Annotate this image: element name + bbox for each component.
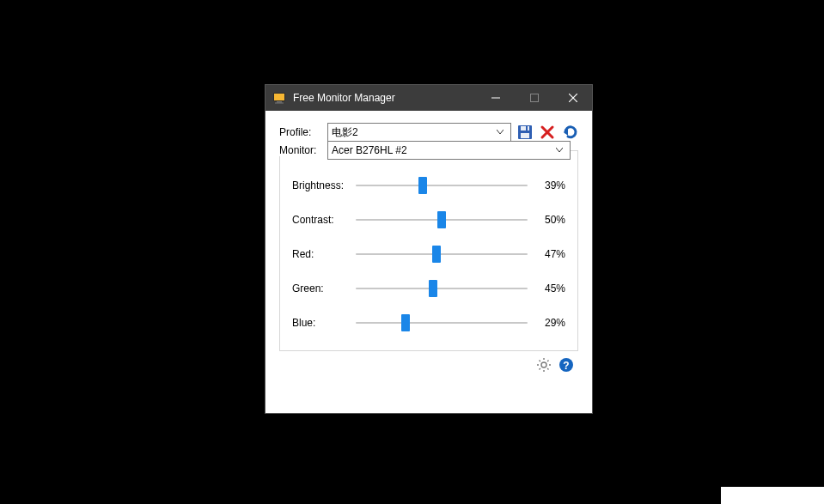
svg-rect-2	[277, 101, 282, 103]
app-window: Free Monitor Manager Profile: 电影2	[265, 84, 593, 414]
profile-label: Profile:	[279, 126, 327, 138]
slider-value: 29%	[528, 317, 565, 329]
svg-rect-11	[526, 126, 528, 131]
help-button[interactable]: ?	[558, 356, 575, 373]
gear-icon	[536, 357, 552, 373]
svg-rect-5	[530, 94, 538, 102]
slider[interactable]	[356, 211, 528, 228]
slider-label: Brightness:	[292, 179, 356, 191]
slider-row: Contrast:50%	[292, 203, 565, 237]
chevron-down-icon	[552, 142, 566, 159]
slider-row: Blue:29%	[292, 306, 565, 340]
delete-button[interactable]	[539, 124, 556, 141]
slider-label: Contrast:	[292, 214, 356, 226]
monitor-label: Monitor:	[279, 144, 327, 156]
svg-rect-3	[275, 103, 284, 104]
slider-value: 47%	[528, 248, 565, 260]
svg-rect-10	[521, 133, 529, 138]
slider-value: 45%	[528, 282, 565, 295]
minimize-button[interactable]	[476, 85, 515, 111]
slider-value: 39%	[528, 179, 565, 191]
slider-thumb[interactable]	[432, 246, 441, 263]
chevron-down-icon	[493, 124, 507, 141]
monitor-combo[interactable]: Acer B276HL #2	[327, 141, 571, 160]
monitor-group: Monitor: Acer B276HL #2 Brightness:39%Co…	[279, 150, 578, 351]
sliders-container: Brightness:39%Contrast:50%Red:47%Green:4…	[292, 168, 565, 340]
slider[interactable]	[356, 177, 528, 194]
slider-row: Green:45%	[292, 271, 565, 306]
monitor-row: Monitor: Acer B276HL #2	[280, 141, 577, 160]
save-icon	[517, 124, 533, 140]
profile-combo-text: 电影2	[332, 125, 493, 140]
slider-thumb[interactable]	[437, 211, 446, 228]
settings-button[interactable]	[535, 356, 552, 373]
slider-label: Green:	[292, 282, 356, 295]
delete-icon	[540, 124, 555, 140]
profile-row: Profile: 电影2	[279, 123, 578, 142]
undo-icon	[561, 124, 578, 140]
slider-row: Red:47%	[292, 237, 565, 271]
close-button[interactable]	[553, 85, 592, 111]
slider[interactable]	[356, 314, 528, 331]
profile-combo[interactable]: 电影2	[327, 123, 511, 142]
profile-actions	[516, 124, 578, 141]
svg-point-14	[541, 362, 546, 367]
slider-thumb[interactable]	[418, 177, 427, 194]
window-controls	[476, 85, 592, 111]
slider-thumb[interactable]	[429, 280, 437, 297]
footer-icons: ?	[279, 356, 578, 373]
svg-rect-1	[274, 94, 284, 100]
screenshot-artifact	[721, 487, 824, 504]
slider-thumb[interactable]	[401, 314, 410, 331]
slider-row: Brightness:39%	[292, 168, 565, 203]
maximize-button[interactable]	[515, 85, 553, 111]
undo-button[interactable]	[561, 124, 578, 141]
monitor-combo-text: Acer B276HL #2	[332, 144, 552, 156]
client-area: Profile: 电影2	[266, 111, 592, 380]
window-title: Free Monitor Manager	[293, 92, 476, 104]
titlebar: Free Monitor Manager	[266, 85, 592, 111]
slider-value: 50%	[528, 214, 565, 226]
slider[interactable]	[356, 246, 528, 263]
svg-rect-9	[521, 126, 529, 131]
help-icon: ?	[558, 357, 574, 373]
slider[interactable]	[356, 280, 528, 297]
save-button[interactable]	[516, 124, 534, 141]
svg-rect-4	[491, 98, 500, 99]
app-icon	[272, 91, 286, 105]
svg-text:?: ?	[563, 360, 569, 372]
slider-label: Red:	[292, 248, 356, 260]
slider-label: Blue:	[292, 317, 356, 329]
